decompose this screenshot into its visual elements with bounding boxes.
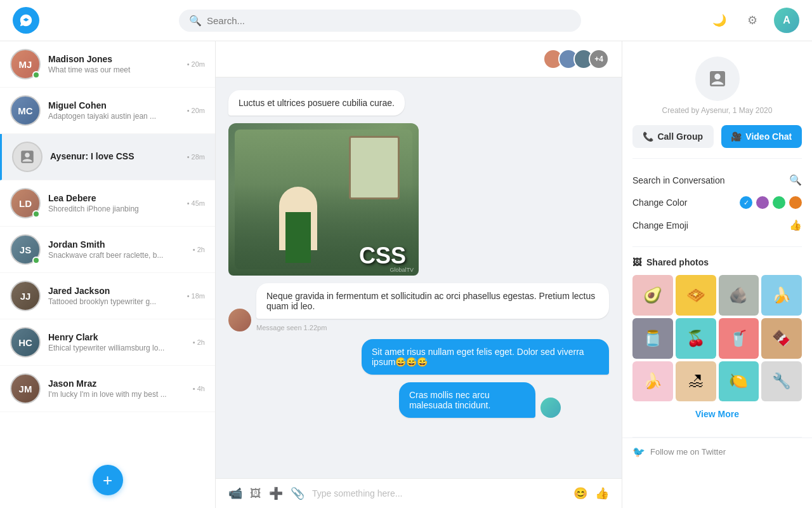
conv-info-madison: Madison Jones What time was our meet bbox=[48, 54, 182, 74]
search-icon: 🔍 bbox=[189, 15, 202, 27]
app-logo[interactable] bbox=[13, 7, 39, 34]
sidebar-item-henry[interactable]: HCHenry Clark Ethical typewriter william… bbox=[0, 319, 215, 366]
message-received-image: CSS GlobalTV bbox=[228, 123, 457, 276]
sidebar-item-jordan[interactable]: JSJordan Smith Snackwave craft beer racl… bbox=[0, 227, 215, 273]
color-dot-orange[interactable] bbox=[789, 196, 802, 209]
dark-mode-toggle[interactable]: 🌙 bbox=[708, 9, 731, 32]
search-in-conversation-row[interactable]: Search in Conversation 🔍 bbox=[632, 169, 802, 191]
conv-preview-jason: I'm lucky I'm in love with my best ... bbox=[48, 390, 188, 399]
search-input[interactable] bbox=[207, 15, 571, 26]
settings-icon[interactable]: ⚙ bbox=[741, 9, 764, 32]
shared-photo-5[interactable]: 🍒 bbox=[676, 318, 716, 359]
chat-messages: Luctus et ultrices posuere cubilia curae… bbox=[216, 77, 622, 478]
shared-photo-4[interactable]: 🫙 bbox=[632, 318, 673, 359]
sidebar: MJMadison Jones What time was our meet• … bbox=[0, 41, 216, 508]
group-box-icon bbox=[707, 69, 728, 89]
conv-info-group: Aysenur: I love CSS bbox=[50, 151, 182, 163]
rp-section-search: Search in Conversation 🔍 Change Color ✓ … bbox=[622, 159, 812, 246]
shared-photos-grid: 🥑🧇🪨🍌🫙🍒🥤🍫🍌🏖🍋🔧 bbox=[632, 275, 802, 401]
sent-bubble-1: Sit amet risus nullam eget felis eget. D… bbox=[362, 339, 609, 375]
sidebar-item-group[interactable]: Aysenur: I love CSS • 28m bbox=[0, 134, 215, 180]
shared-photo-3[interactable]: 🍌 bbox=[761, 275, 802, 316]
search-bar[interactable]: 🔍 bbox=[179, 10, 581, 32]
message-bubble: Luctus et ultrices posuere cubilia curae… bbox=[228, 90, 405, 116]
shared-photo-7[interactable]: 🍫 bbox=[761, 318, 802, 359]
color-dots: ✓ bbox=[740, 196, 802, 209]
message-seen: Message seen 1.22pm bbox=[256, 324, 609, 331]
right-panel: Created by Aysenur, 1 May 2020 📞 Call Gr… bbox=[622, 41, 812, 508]
user-avatar[interactable]: A bbox=[774, 8, 799, 33]
conv-info-lea: Lea Debere Shoreditch iPhone jianbing bbox=[48, 193, 182, 213]
conv-name-miguel: Miguel Cohen bbox=[48, 100, 182, 110]
call-group-label: Call Group bbox=[657, 131, 703, 142]
shared-photo-11[interactable]: 🔧 bbox=[761, 361, 802, 402]
rp-group-icon bbox=[695, 57, 740, 101]
sidebar-item-jared[interactable]: JJJared Jackson Tattooed brooklyn typewr… bbox=[0, 273, 215, 319]
color-dot-purple[interactable] bbox=[756, 196, 769, 209]
video-chat-button[interactable]: 🎥 Video Chat bbox=[721, 125, 802, 148]
sidebar-item-miguel[interactable]: MCMiguel Cohen Adaptogen taiyaki austin … bbox=[0, 88, 215, 134]
shared-photo-6[interactable]: 🥤 bbox=[719, 318, 759, 359]
online-indicator-jordan bbox=[32, 257, 40, 264]
phone-icon: 📞 bbox=[643, 131, 653, 142]
shared-photo-8[interactable]: 🍌 bbox=[632, 361, 673, 402]
online-indicator-lea bbox=[32, 210, 40, 218]
conv-time-miguel: • 20m bbox=[187, 107, 205, 114]
shared-photos-title: 🖼 Shared photos bbox=[632, 257, 802, 267]
shared-photos-icon: 🖼 bbox=[632, 257, 641, 267]
conv-preview-henry: Ethical typewriter williamsburg lo... bbox=[48, 344, 188, 352]
avatar-circle-henry: HC bbox=[10, 327, 41, 358]
image-input-icon[interactable]: 🖼 bbox=[250, 487, 261, 500]
conv-name-madison: Madison Jones bbox=[48, 54, 182, 64]
twitter-icon: 🐦 bbox=[632, 446, 645, 458]
conv-info-henry: Henry Clark Ethical typewriter williamsb… bbox=[48, 332, 188, 352]
avatar-circle-jared: JJ bbox=[10, 281, 41, 311]
change-emoji-row[interactable]: Change Emoji 👍 bbox=[632, 214, 802, 236]
add-input-icon[interactable]: ➕ bbox=[269, 486, 283, 500]
sidebar-item-lea[interactable]: LDLea Debere Shoreditch iPhone jianbing•… bbox=[0, 180, 215, 227]
conv-avatar-jared: JJ bbox=[10, 281, 41, 311]
chat-header: +4 bbox=[216, 41, 622, 77]
message-sent-2: Cras mollis nec arcu malesuada tincidunt… bbox=[399, 382, 535, 418]
like-input-icon[interactable]: 👍 bbox=[595, 486, 609, 500]
conv-avatar-miguel: MC bbox=[10, 95, 41, 126]
change-color-row[interactable]: Change Color ✓ bbox=[632, 191, 802, 214]
conv-info-jared: Jared Jackson Tattooed brooklyn typewrit… bbox=[48, 286, 182, 306]
chat-input[interactable] bbox=[312, 488, 566, 498]
change-emoji-label: Change Emoji bbox=[632, 220, 688, 231]
attach-input-icon[interactable]: 📎 bbox=[291, 486, 304, 500]
message-sent-2-container: Cras mollis nec arcu malesuada tincidunt… bbox=[399, 382, 609, 418]
rp-header: Created by Aysenur, 1 May 2020 📞 Call Gr… bbox=[622, 41, 812, 158]
main-layout: MJMadison Jones What time was our meet• … bbox=[0, 41, 812, 508]
sidebar-item-jason[interactable]: JMJason Mraz I'm lucky I'm in love with … bbox=[0, 366, 215, 412]
logo-icon bbox=[19, 13, 33, 27]
shared-photo-10[interactable]: 🍋 bbox=[719, 361, 759, 402]
color-dot-blue[interactable]: ✓ bbox=[740, 196, 752, 209]
conv-name-jared: Jared Jackson bbox=[48, 286, 182, 296]
change-emoji-icon[interactable]: 👍 bbox=[789, 219, 802, 231]
new-conversation-button[interactable]: + bbox=[93, 465, 123, 495]
conv-preview-madison: What time was our meet bbox=[48, 65, 182, 74]
shared-photo-9[interactable]: 🏖 bbox=[676, 361, 716, 402]
shared-photo-0[interactable]: 🥑 bbox=[632, 275, 673, 316]
sent-bubble-2: Cras mollis nec arcu malesuada tincidunt… bbox=[399, 382, 535, 418]
emoji-input-icon[interactable]: 😊 bbox=[573, 486, 587, 500]
message-image: CSS GlobalTV bbox=[228, 123, 419, 276]
search-in-conversation-label: Search in Conversation bbox=[632, 175, 725, 185]
conv-name-jason: Jason Mraz bbox=[48, 378, 188, 389]
video-input-icon[interactable]: 📹 bbox=[228, 486, 242, 500]
shared-photo-1[interactable]: 🧇 bbox=[676, 275, 716, 316]
view-more-button[interactable]: View More bbox=[632, 401, 802, 427]
search-conversation-icon[interactable]: 🔍 bbox=[789, 174, 802, 186]
color-dot-green[interactable] bbox=[773, 196, 785, 209]
sender-avatar bbox=[228, 309, 251, 331]
sidebar-item-madison[interactable]: MJMadison Jones What time was our meet• … bbox=[0, 41, 215, 88]
call-group-button[interactable]: 📞 Call Group bbox=[632, 125, 714, 148]
follow-twitter-row[interactable]: 🐦 Follow me on Twitter bbox=[622, 438, 812, 465]
conv-avatar-madison: MJ bbox=[10, 49, 41, 79]
topbar: 🔍 🌙 ⚙ A bbox=[0, 0, 812, 41]
rp-created-text: Created by Aysenur, 1 May 2020 bbox=[662, 106, 773, 115]
shared-photo-2[interactable]: 🪨 bbox=[719, 275, 759, 316]
conv-name-lea: Lea Debere bbox=[48, 193, 182, 203]
conv-name-jordan: Jordan Smith bbox=[48, 239, 188, 250]
